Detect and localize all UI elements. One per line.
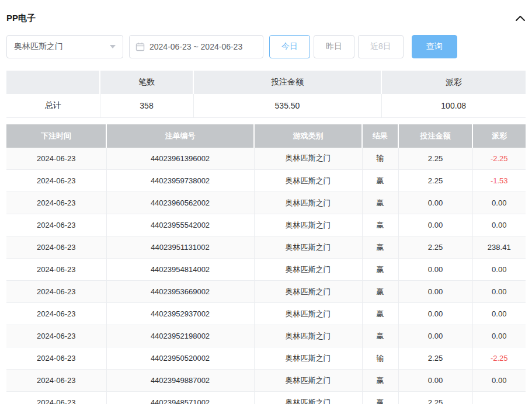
col-payout: 派彩	[472, 124, 526, 148]
payout-cell: 0.00	[472, 325, 526, 347]
table-row: 2024-06-2344023951131002奥林匹斯之门赢2.25238.4…	[6, 236, 526, 259]
payout-cell: 0.00	[472, 214, 526, 236]
date-range-value: 2024-06-23 ~ 2024-06-23	[149, 42, 242, 51]
bet-table-header-row: 下注时间 注单编号 游戏类别 结果 投注金额 派彩	[6, 124, 526, 148]
table-row: 2024-06-2344023952937002奥林匹斯之门赢0.000.00	[6, 303, 526, 325]
result-cell: 赢	[362, 303, 398, 325]
payout-cell: 0.00	[472, 370, 526, 392]
table-row: 2024-06-2344023953669002奥林匹斯之门赢0.000.00	[6, 281, 526, 303]
bet-amount-cell: 2.25	[398, 347, 472, 370]
result-cell: 赢	[362, 259, 398, 281]
last-8-days-button[interactable]: 近8日	[358, 35, 404, 58]
bet-amount-cell: 0.00	[398, 214, 472, 236]
bet-id-cell: 44023953669002	[106, 281, 254, 303]
calendar-icon	[135, 42, 145, 51]
chevron-down-icon	[110, 45, 116, 48]
game-cell: 奥林匹斯之门	[254, 370, 362, 392]
bet-time-cell: 2024-06-23	[6, 236, 106, 259]
game-cell: 奥林匹斯之门	[254, 325, 362, 347]
filter-bar: 奥林匹斯之门 2024-06-23 ~ 2024-06-23 今日 昨日 近8日…	[6, 35, 526, 58]
bet-id-cell: 44023952198002	[106, 325, 254, 347]
table-row: 2024-06-2344023950520002奥林匹斯之门输2.25-2.25	[6, 347, 526, 370]
col-result: 结果	[362, 124, 398, 148]
bet-table: 下注时间 注单编号 游戏类别 结果 投注金额 派彩 2024-06-234402…	[6, 124, 526, 404]
summary-total-row: 总计 358 535.50 100.08	[6, 94, 526, 117]
bet-amount-cell: 2.25	[398, 392, 472, 404]
game-select-value: 奥林匹斯之门	[14, 41, 63, 52]
result-cell: 赢	[362, 325, 398, 347]
game-select[interactable]: 奥林匹斯之门	[6, 35, 123, 58]
table-row: 2024-06-2344023960562002奥林匹斯之门赢0.000.00	[6, 192, 526, 214]
page-title: PP电子	[6, 13, 36, 24]
bet-amount-cell: 2.25	[398, 148, 472, 170]
game-cell: 奥林匹斯之门	[254, 214, 362, 236]
table-row: 2024-06-2344023954814002奥林匹斯之门赢0.000.00	[6, 259, 526, 281]
result-cell: 赢	[362, 281, 398, 303]
bet-id-cell: 44023952937002	[106, 303, 254, 325]
game-cell: 奥林匹斯之门	[254, 192, 362, 214]
table-row: 2024-06-2344023948571002奥林匹斯之门赢2.25	[6, 392, 526, 404]
payout-cell: 238.41	[472, 236, 526, 259]
result-cell: 赢	[362, 192, 398, 214]
bet-time-cell: 2024-06-23	[6, 192, 106, 214]
col-bet-id: 注单编号	[106, 124, 254, 148]
bet-time-cell: 2024-06-23	[6, 347, 106, 370]
game-cell: 奥林匹斯之门	[254, 259, 362, 281]
bet-table-body: 2024-06-2344023961396002奥林匹斯之门输2.25-2.25…	[6, 148, 526, 404]
chevron-up-icon	[515, 15, 526, 22]
bet-amount-cell: 0.00	[398, 370, 472, 392]
bet-amount-cell: 0.00	[398, 303, 472, 325]
result-cell: 赢	[362, 370, 398, 392]
payout-cell: -1.53	[472, 170, 526, 192]
summary-total-label: 总计	[6, 94, 100, 117]
bet-time-cell: 2024-06-23	[6, 325, 106, 347]
bet-time-cell: 2024-06-23	[6, 392, 106, 404]
game-cell: 奥林匹斯之门	[254, 236, 362, 259]
summary-count-value: 358	[100, 94, 193, 117]
panel-header: PP电子	[6, 11, 526, 26]
summary-table: 笔数 投注金额 派彩 总计 358 535.50 100.08	[6, 71, 526, 118]
payout-cell: 0.00	[472, 303, 526, 325]
table-row: 2024-06-2344023952198002奥林匹斯之门赢0.000.00	[6, 325, 526, 347]
game-cell: 奥林匹斯之门	[254, 303, 362, 325]
table-row: 2024-06-2344023949887002奥林匹斯之门赢0.000.00	[6, 370, 526, 392]
bet-time-cell: 2024-06-23	[6, 148, 106, 170]
bet-amount-cell: 0.00	[398, 192, 472, 214]
result-cell: 输	[362, 148, 398, 170]
summary-bet-amount-value: 535.50	[193, 94, 381, 117]
bet-amount-cell: 2.25	[398, 170, 472, 192]
summary-header-payout: 派彩	[381, 71, 526, 94]
result-cell: 赢	[362, 392, 398, 404]
bet-id-cell: 44023949887002	[106, 370, 254, 392]
summary-header-row: 笔数 投注金额 派彩	[6, 71, 526, 94]
bet-time-cell: 2024-06-23	[6, 170, 106, 192]
table-row: 2024-06-2344023961396002奥林匹斯之门输2.25-2.25	[6, 148, 526, 170]
payout-cell: 0.00	[472, 281, 526, 303]
payout-cell: -2.25	[472, 347, 526, 370]
result-cell: 输	[362, 347, 398, 370]
summary-header-count: 笔数	[100, 71, 193, 94]
bet-id-cell: 44023948571002	[106, 392, 254, 404]
yesterday-button[interactable]: 昨日	[314, 35, 354, 58]
summary-header-empty	[6, 71, 100, 94]
col-bet-amount: 投注金额	[398, 124, 472, 148]
game-cell: 奥林匹斯之门	[254, 170, 362, 192]
collapse-button[interactable]	[515, 15, 526, 22]
bet-amount-cell: 0.00	[398, 259, 472, 281]
bet-id-cell: 44023951131002	[106, 236, 254, 259]
bet-id-cell: 44023950520002	[106, 347, 254, 370]
game-cell: 奥林匹斯之门	[254, 392, 362, 404]
query-button[interactable]: 查询	[412, 35, 457, 58]
bet-amount-cell: 0.00	[398, 325, 472, 347]
today-button[interactable]: 今日	[269, 35, 310, 58]
summary-header-bet-amount: 投注金额	[193, 71, 381, 94]
col-game-category: 游戏类别	[254, 124, 362, 148]
game-cell: 奥林匹斯之门	[254, 148, 362, 170]
bet-time-cell: 2024-06-23	[6, 259, 106, 281]
col-bet-time: 下注时间	[6, 124, 106, 148]
result-cell: 赢	[362, 236, 398, 259]
bet-time-cell: 2024-06-23	[6, 370, 106, 392]
table-row: 2024-06-2344023955542002奥林匹斯之门赢0.000.00	[6, 214, 526, 236]
date-range-input[interactable]: 2024-06-23 ~ 2024-06-23	[129, 35, 263, 58]
quick-range-group: 今日 昨日 近8日	[269, 35, 404, 58]
